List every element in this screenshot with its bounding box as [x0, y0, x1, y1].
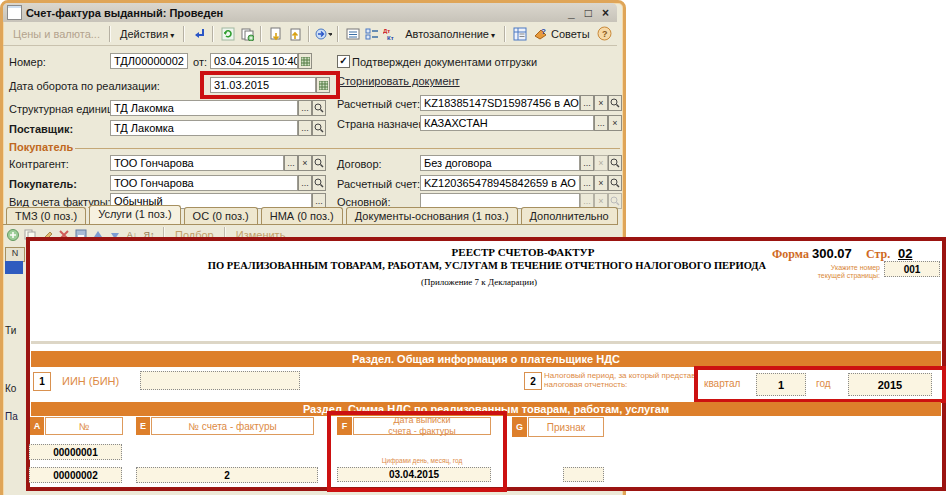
tab-additional[interactable]: Дополнительно	[521, 207, 618, 225]
maximize-button[interactable]: □	[585, 6, 592, 20]
report-title-line3: (Приложение 7 к Декларации)	[421, 277, 537, 287]
tips-button[interactable]: ? Советы	[529, 24, 595, 43]
number-label: Номер:	[9, 56, 46, 68]
section1-bar: Раздел. Общая информация о плательщике Н…	[31, 351, 941, 367]
row2-date-cell[interactable]: 03.04.2015	[337, 467, 491, 482]
contract-input[interactable]: Без договора	[420, 155, 580, 171]
row1-num-cell[interactable]: 00000001	[29, 444, 122, 460]
number-input[interactable]: ТДЛ00000002	[110, 53, 188, 69]
report-title-line1: РЕЕСТР СЧЕТОВ-ФАКТУР	[452, 246, 595, 258]
page-hint-line1: Укажите номер	[762, 264, 880, 272]
tab-services[interactable]: Услуги (1 поз.)	[89, 205, 180, 225]
page-number-input[interactable]: 001	[884, 261, 940, 277]
magnifier-button[interactable]	[312, 155, 326, 171]
check-list-icon[interactable]	[363, 25, 380, 42]
clear-button[interactable]: ×	[594, 95, 608, 111]
account1-input[interactable]: KZ18385147SD15987456 в АО "Бан	[420, 95, 580, 111]
window-title: Счет-фактура выданный: Проведен	[26, 7, 223, 19]
ellipsis-button[interactable]: ...	[580, 155, 594, 171]
autofill-menu-button[interactable]: Автозаполнение▾	[400, 25, 500, 43]
column-letter-a: A	[30, 417, 44, 435]
country-input[interactable]: КАЗАХСТАН	[420, 115, 594, 131]
page-number: 02	[898, 246, 912, 261]
magnifier-icon	[610, 98, 620, 108]
turnover-date-label: Дата оборота по реализации:	[9, 80, 160, 92]
ellipsis-button[interactable]: ...	[298, 120, 312, 136]
tab-divider	[3, 224, 617, 225]
label-fragment: Па	[5, 411, 18, 422]
window-icon	[7, 5, 22, 20]
post-document-icon[interactable]	[190, 25, 207, 42]
ellipsis-button[interactable]: ...	[580, 95, 594, 111]
report-divider	[31, 341, 941, 344]
contractor-input[interactable]: ТОО Гончарова	[110, 155, 284, 171]
label-fragment: Ти	[5, 325, 16, 336]
account2-input[interactable]: KZ120365478945842659 в АО "АТФБ	[420, 175, 580, 191]
minimize-button[interactable]: _	[568, 6, 575, 20]
column-header-invoice: № счета - фактуры	[151, 417, 314, 435]
chevron-down-icon: ▾	[491, 31, 495, 40]
ellipsis-button[interactable]: ...	[580, 175, 594, 191]
help-icon[interactable]: ?	[596, 25, 613, 42]
copy-document-icon[interactable]	[238, 25, 255, 42]
clear-button[interactable]: ×	[608, 115, 622, 131]
magnifier-button[interactable]	[608, 155, 622, 171]
date-format-hint: Цифрами день, месяц, год	[353, 457, 491, 464]
tab-nma[interactable]: НМА (0 поз.)	[261, 207, 343, 225]
close-button[interactable]: ×	[602, 6, 609, 20]
structure-list-icon[interactable]	[344, 25, 361, 42]
row2-num-cell[interactable]: 00000002	[29, 467, 122, 483]
magnifier-icon	[314, 103, 324, 113]
year-input[interactable]: 2015	[848, 373, 932, 396]
based-on-out-icon[interactable]	[286, 25, 303, 42]
supplier-label: Поставщик:	[9, 123, 73, 135]
contractor-label: Контрагент:	[9, 158, 69, 170]
based-on-in-icon[interactable]	[267, 25, 284, 42]
column-header-num: №	[45, 417, 123, 435]
unit-input[interactable]: ТД Лакомка	[110, 100, 298, 116]
row2-flag-cell[interactable]	[563, 467, 604, 482]
unit-label: Структурная единица:	[9, 103, 122, 115]
magnifier-icon	[610, 178, 620, 188]
confirmed-checkbox[interactable]: ✓	[337, 55, 350, 68]
date-input[interactable]: 03.04.2015 10:40:34	[210, 53, 298, 69]
tab-basis-documents[interactable]: Документы-основания (1 поз.)	[346, 207, 518, 225]
account1-label: Расчетный счет:	[337, 98, 420, 110]
contract-label: Договор:	[337, 158, 382, 170]
window-titlebar[interactable]: Счет-фактура выданный: Проведен _ □ ×	[3, 3, 617, 22]
magnifier-icon	[314, 123, 324, 133]
report-table-icon[interactable]	[511, 25, 528, 42]
page-label: Стр.	[866, 247, 890, 262]
ellipsis-button[interactable]: ...	[594, 115, 608, 131]
magnifier-button[interactable]	[312, 100, 326, 116]
clear-button[interactable]: ×	[594, 175, 608, 191]
magnifier-button[interactable]	[312, 120, 326, 136]
clear-button[interactable]: ×	[298, 155, 312, 171]
supplier-input[interactable]: ТД Лакомка	[110, 120, 298, 136]
ellipsis-button[interactable]: ...	[298, 175, 312, 191]
prices-currency-button[interactable]: Цены и валюта...	[8, 25, 105, 43]
column-header-flag: Признак	[528, 417, 604, 437]
ellipsis-button[interactable]: ...	[284, 155, 298, 171]
ellipsis-button[interactable]: ...	[298, 100, 312, 116]
tab-bar: ТМЗ (0 поз.) Услуги (1 поз.) ОС (0 поз.)…	[6, 206, 621, 225]
actions-menu-button[interactable]: Действия▾	[115, 25, 179, 43]
reverse-document-link[interactable]: Сторнировать документ	[337, 75, 460, 87]
svg-text:?: ?	[602, 29, 608, 39]
magnifier-button[interactable]	[608, 175, 622, 191]
calendar-button[interactable]	[298, 53, 312, 69]
tab-os[interactable]: ОС (0 поз.)	[184, 207, 258, 225]
tab-tmz[interactable]: ТМЗ (0 поз.)	[6, 207, 86, 225]
section-divider	[75, 148, 620, 149]
refresh-icon[interactable]	[219, 25, 236, 42]
row2-invoice-cell[interactable]: 2	[136, 467, 318, 483]
goto-icon[interactable]	[315, 25, 332, 42]
dt-kt-postings-icon[interactable]: ДтКт	[382, 25, 399, 42]
buyer-input[interactable]: ТОО Гончарова	[110, 175, 298, 191]
magnifier-button[interactable]	[608, 95, 622, 111]
iin-input[interactable]	[140, 371, 300, 390]
quarter-input[interactable]: 1	[756, 373, 806, 396]
chevron-down-icon: ▾	[170, 31, 174, 40]
magnifier-button[interactable]	[312, 175, 326, 191]
add-row-icon[interactable]	[6, 228, 20, 242]
